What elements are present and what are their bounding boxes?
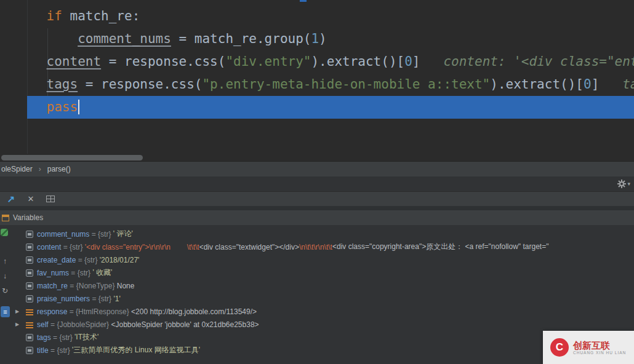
variable-value: 'IT技术' (74, 332, 98, 342)
variable-value: None (117, 282, 135, 290)
variable-value: '2018/01/27' (100, 256, 140, 264)
tab-variables[interactable]: Variables (13, 213, 43, 222)
code-token-plain (15, 77, 47, 92)
variable-row[interactable]: create_date = {str} '2018/01/27' (0, 253, 634, 266)
code-token-num: 0 (584, 77, 592, 92)
variable-value: <div class="copyright-area">原文出处： <a ref… (332, 242, 548, 252)
breadcrumb-item-method[interactable]: parse() (47, 165, 71, 173)
variable-row[interactable]: ▶self = {JobboleSpider} <JobboleSpider '… (0, 318, 634, 331)
variable-type: {str} (78, 269, 93, 277)
code-token-kw: if (47, 9, 70, 23)
show-execution-point-icon[interactable]: ↗ (6, 194, 16, 204)
code-token-plain: = response.css( (78, 77, 202, 92)
horizontal-scrollbar[interactable] (1, 155, 143, 160)
variable-name: match_re (37, 282, 68, 290)
variable-value: '<div class="entry">\r\n\r\n (85, 243, 171, 251)
variable-type: {JobboleSpider} (57, 320, 111, 329)
grid-glyph (46, 196, 55, 202)
chevron-down-icon: ▾ (627, 181, 630, 187)
debugger-toolbar: ↗ ✕ (0, 191, 634, 206)
restore-layout-icon[interactable] (46, 194, 55, 204)
selection-artifact (300, 0, 307, 2)
variable-type: {str} (84, 256, 100, 264)
variable-type: {str} (98, 230, 113, 239)
debug-toolwindow-header: ▾ (0, 176, 634, 191)
code-line[interactable]: tags = response.css("p.entry-meta-hide-o… (0, 73, 634, 96)
variable-row[interactable]: fav_nums = {str} ' 收藏' (0, 266, 634, 279)
code-token-plain (15, 100, 47, 114)
code-editor[interactable]: if match_re: comment_nums = match_re.gro… (0, 0, 634, 161)
watermark-logo-icon: C (550, 338, 569, 357)
breadcrumb-item-class[interactable]: oleSpider (1, 165, 33, 173)
variable-name: title (37, 346, 49, 355)
variable-icon (26, 256, 33, 264)
variable-value (171, 243, 187, 251)
variable-icon (26, 269, 33, 277)
variables-tab-bar: Variables (0, 210, 634, 225)
variable-row[interactable]: praise_numbers = {str} '1' (0, 292, 634, 305)
variable-value: <200 http://blog.jobbole.com/113549/> (131, 307, 257, 316)
code-lines: if match_re: comment_nums = match_re.gro… (0, 5, 634, 119)
code-token-str: "p.entry-meta-hide-on-mobile a::text" (202, 77, 490, 92)
code-token-plain: ] (592, 77, 600, 92)
variable-value: ' 评论' (113, 229, 133, 239)
code-token-plain: ) (319, 31, 327, 46)
equals-sign: = (49, 346, 57, 355)
watermark: C 创新互联 CHUANG XIN HU LIAN (543, 331, 634, 364)
code-token-str: "div.entry" (225, 54, 311, 69)
variable-value: \n\t\t\r\n\t\t (299, 243, 332, 251)
toolbar-separator (0, 206, 634, 210)
code-token-plain: = match_re.group( (171, 31, 311, 46)
variable-name: self (37, 320, 49, 329)
code-line[interactable]: content = response.css("div.entry").extr… (0, 50, 634, 73)
code-line[interactable]: comment_nums = match_re.group(1) (0, 28, 634, 50)
variable-row[interactable]: ▶response = {HtmlResponse} <200 http://b… (0, 305, 634, 318)
code-token-plain (599, 77, 622, 92)
settings-gear-icon[interactable]: ▾ (617, 180, 630, 188)
code-token-uvar: comment_nums (78, 31, 171, 46)
variable-value: '1' (113, 295, 120, 303)
variable-name: create_date (37, 256, 76, 264)
expand-arrow-icon[interactable]: ▶ (14, 322, 21, 327)
equals-sign: = (67, 307, 76, 316)
equals-sign: = (51, 333, 60, 342)
watermark-brand: 创新互联 (573, 340, 626, 350)
variable-row[interactable]: content = {str} '<div class="entry">\r\n… (0, 240, 634, 253)
code-token-num: 1 (311, 31, 319, 46)
code-token-plain: match_re: (70, 9, 140, 23)
variable-type: {str} (70, 243, 85, 251)
equals-sign: = (76, 256, 84, 264)
expand-arrow-icon[interactable]: ▶ (14, 309, 21, 314)
variable-value: '三款简单而优秀的 Linux 网络监视工具' (72, 345, 200, 355)
equals-sign: = (89, 230, 98, 239)
variable-row[interactable]: match_re = {NoneType} None (0, 279, 634, 292)
variable-icon (26, 231, 33, 238)
variable-type: {NoneType} (76, 282, 117, 290)
variable-row[interactable]: title = {str} '三款简单而优秀的 Linux 网络监视工具' (0, 344, 634, 357)
variable-icon (26, 347, 33, 354)
variables-list: comment_nums = {str} ' 评论'content = {str… (0, 228, 634, 357)
evaluate-expression-icon[interactable]: ✕ (26, 194, 36, 204)
code-token-plain (15, 9, 47, 23)
object-icon (26, 309, 33, 315)
breadcrumb-separator-icon: › (39, 165, 41, 173)
code-line[interactable]: pass (0, 96, 634, 119)
variable-name: tags (37, 333, 51, 342)
variable-row[interactable]: comment_nums = {str} ' 评论' (0, 228, 634, 240)
pycharm-debug-window: if match_re: comment_nums = match_re.gro… (0, 0, 634, 364)
variable-value: \t\t\t (187, 243, 199, 251)
watermark-tagline: CHUANG XIN HU LIAN (573, 350, 626, 355)
variable-name: comment_nums (37, 230, 89, 239)
variable-name: fav_nums (37, 269, 69, 277)
variable-value: ' 收藏' (92, 267, 112, 278)
code-token-plain: ).extract()[ (490, 77, 584, 92)
variable-value: <div class="textwidget"></div> (199, 243, 299, 251)
variable-icon (26, 282, 33, 290)
code-token-plain: = response.css( (101, 54, 225, 69)
code-token-plain (420, 54, 444, 69)
variable-row[interactable]: tags = {str} 'IT技术' (0, 331, 634, 344)
code-line[interactable]: if match_re: (0, 5, 634, 28)
code-token-uvar: tags (47, 77, 78, 92)
variable-type: {str} (59, 333, 74, 342)
text-caret (78, 100, 79, 114)
